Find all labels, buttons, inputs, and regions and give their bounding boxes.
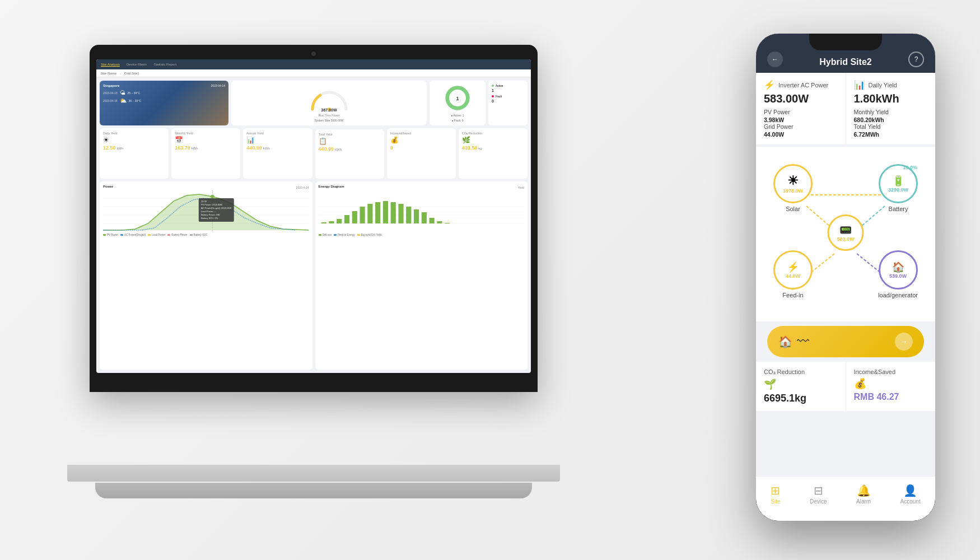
breadcrumb-site[interactable]: Site Name: [101, 72, 116, 75]
nav-tab-device[interactable]: ⊟ Device: [810, 484, 827, 505]
energy-chart-subtitle: Yield: [518, 186, 524, 189]
laptop-base-bottom: [95, 483, 532, 498]
nav-tab-alarm[interactable]: 🔔 Alarm: [856, 484, 871, 505]
status-dot-fault: [492, 95, 494, 97]
monthly-yield-label: Monthly Yield: [854, 109, 928, 115]
flow-feedin-node: ⚡ 44.0W Feed-in: [773, 250, 813, 298]
weather-icon-2: ⛅: [120, 97, 127, 104]
stat-unit-daily: kWh: [116, 147, 123, 150]
pv-power-label: PV Power: [764, 109, 838, 115]
stat-icon-income: 💰: [390, 136, 452, 144]
bottom-stats: CO₂ Reduction 🌱 6695.1kg Income&Saved 💰 …: [756, 362, 935, 411]
wave-icon: 〰: [797, 334, 809, 349]
solar-flow-value: 3978.0W: [783, 188, 803, 194]
nav-tab-site[interactable]: ⊞ Site: [771, 484, 780, 505]
power-chart-panel: Power 2023-4-14: [100, 181, 312, 370]
stat-annual-yield: Annual Yield 📊 440.90 kWh: [243, 128, 312, 179]
solar-flow-label: Solar: [786, 206, 800, 212]
screen-nav: Site Analysis Device Matrix Statistic Re…: [96, 59, 531, 69]
back-icon: ←: [772, 55, 778, 63]
stat-unit-annual: kWh: [263, 147, 270, 150]
svg-rect-23: [406, 207, 411, 223]
device-nav-icon: ⊟: [814, 484, 823, 497]
stat-icon-monthly: 📅: [175, 136, 237, 144]
donut-panel: 1 ● Active: 1 ● Fault: 0: [430, 81, 486, 125]
laptop-camera: [311, 52, 316, 56]
stat-title-total: Total Yield: [319, 133, 381, 136]
stat-daily-yield: Daily Yield ☀ 12.50 kWh: [100, 128, 169, 179]
weather-date-0: 2023-04-13: [103, 91, 118, 95]
phone-notch: [809, 34, 882, 50]
nav-device-matrix[interactable]: Device Matrix: [127, 63, 147, 66]
income-value: RMB 46.27: [854, 392, 928, 402]
feedin-flow-label: Feed-in: [782, 292, 803, 298]
nav-statistic-report[interactable]: Statistic Report: [153, 63, 176, 66]
stat-value-income: 0: [390, 145, 393, 151]
flow-load-node: 🏠 539.0W load/generator: [878, 250, 918, 298]
stat-icon-co2: 🌿: [462, 136, 524, 144]
stat-monthly-yield: Monthly Yield 📅 163.70 kWh: [171, 128, 240, 179]
energy-chart-panel: Energy Diagram Yield: [315, 181, 528, 370]
svg-rect-27: [437, 221, 442, 223]
account-nav-icon: 👤: [903, 484, 917, 497]
grid-power-value: 44.00W: [764, 131, 838, 138]
daily-yield-stat: 📊 Daily Yield 1.80kWh Monthly Yield 680.…: [846, 73, 936, 144]
gauge-panel: 367.00W Real Time Power System Size 5000…: [231, 81, 427, 125]
stat-unit-monthly: kWh: [192, 147, 198, 150]
power-chart-date: 2023-4-14: [296, 186, 309, 189]
svg-rect-16: [352, 211, 357, 223]
house-upload-icon: 🏠: [778, 335, 792, 348]
load-flow-label: load/generator: [878, 292, 918, 298]
phone-help-button[interactable]: ?: [908, 52, 924, 67]
nav-site-analysis[interactable]: Site Analysis: [101, 63, 120, 67]
total-yield-value: 6.72MWh: [854, 131, 928, 138]
stat-value-monthly: 163.70: [175, 145, 190, 151]
power-chart-tooltip: 13:30 PV Power: 2724.00W AC Power(On-gri…: [199, 198, 234, 222]
energy-flow: ☀ 3978.0W Solar 19.0% 🔋 3290.0W: [756, 147, 935, 321]
stat-co2: CO₂ Reduction 🌿 439.58 kg: [459, 128, 528, 179]
stat-title-co2: CO₂ Reduction: [462, 132, 524, 135]
battery-flow-value: 3290.0W: [888, 187, 908, 193]
feedin-flow-value: 44.0W: [786, 273, 800, 279]
co2-icon: 🌱: [764, 378, 838, 390]
income-icon: 💰: [854, 377, 928, 390]
alarm-nav-icon: 🔔: [857, 484, 871, 497]
site-nav-icon: ⊞: [771, 484, 780, 497]
stats-row: Daily Yield ☀ 12.50 kWh Monthly Yield 📅: [100, 128, 528, 179]
pv-power-value: 3.98kW: [764, 116, 838, 123]
phone-back-button[interactable]: ←: [767, 52, 783, 67]
stat-icon-annual: 📊: [246, 136, 309, 144]
weather-icon-0: 🌤: [120, 90, 125, 96]
status-fault: Fault: [496, 95, 502, 98]
gauge-container: 367.00W: [307, 84, 352, 112]
income-stat: Income&Saved 💰 RMB 46.27: [846, 362, 936, 411]
weather-date-2: 2023-04-15: [103, 99, 118, 102]
stat-value-annual: 440.90: [246, 145, 262, 151]
status-active: Active: [496, 84, 503, 87]
gauge-system-size: System Size 5000.00W: [315, 119, 344, 122]
inverter-stat: ⚡ Inverter AC Power 583.00W PV Power 3.9…: [756, 73, 846, 144]
phone-bottom-nav: ⊞ Site ⊟ Device 🔔 Alarm 👤 Account: [756, 476, 935, 521]
svg-rect-28: [445, 223, 450, 223]
breadcrumb-sep: ›: [120, 72, 121, 75]
svg-rect-15: [344, 215, 349, 223]
co2-value: 6695.1kg: [764, 393, 838, 404]
status-panel: Active 1 Fault 0: [488, 81, 528, 125]
yield-icon: 📊: [854, 80, 865, 90]
laptop-base: [67, 465, 560, 482]
stat-value-total: 440.90: [319, 146, 334, 152]
daily-yield-label: Daily Yield: [869, 82, 897, 88]
breadcrumb-grid[interactable]: Grid Site1: [124, 72, 139, 75]
action-arrow-icon[interactable]: →: [895, 333, 913, 351]
weather-location: Singapore: [103, 84, 119, 87]
battery-flow-label: Battery: [889, 206, 908, 212]
stat-icon-total: 📋: [319, 137, 381, 145]
action-button[interactable]: 🏠 〰 →: [767, 326, 924, 357]
nav-tab-account[interactable]: 👤 Account: [900, 484, 921, 505]
alarm-nav-label: Alarm: [856, 498, 871, 505]
energy-chart-legend: Self-use Feed-in Energy Buy-grid(On) Yie…: [319, 234, 525, 236]
laptop: Site Analysis Device Matrix Statistic Re…: [67, 45, 560, 515]
svg-rect-19: [375, 202, 380, 223]
laptop-screen: Site Analysis Device Matrix Statistic Re…: [96, 59, 531, 373]
weather-rows: 2023-04-13 🌤 25 ~ 34°C 2023-04-15 ⛅ 26 ~…: [103, 90, 225, 104]
